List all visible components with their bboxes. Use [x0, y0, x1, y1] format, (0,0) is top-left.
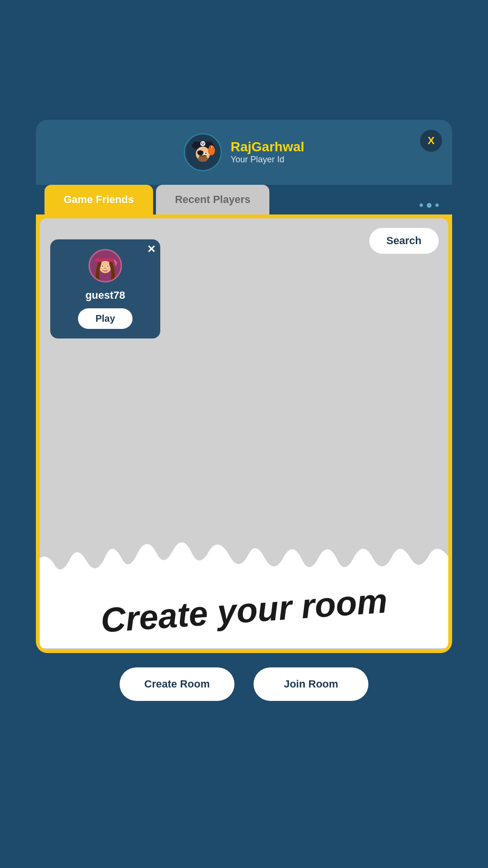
card-avatar: [89, 249, 122, 282]
tabs-row: Game Friends Recent Players: [36, 185, 452, 214]
tab-game-friends[interactable]: Game Friends: [44, 185, 153, 214]
svg-point-24: [104, 268, 106, 269]
user-info: RajGarhwal Your Player Id: [184, 133, 304, 171]
user-text: RajGarhwal Your Player Id: [231, 139, 304, 165]
svg-point-3: [200, 141, 206, 146]
svg-point-16: [210, 147, 211, 147]
tab-dots: [420, 203, 444, 214]
card-close-button[interactable]: ✕: [147, 244, 155, 255]
svg-point-8: [197, 150, 203, 155]
svg-point-5: [203, 142, 205, 144]
dot-3: [435, 203, 439, 207]
create-your-room-text: Create your room: [100, 582, 388, 640]
player-card: ✕: [50, 239, 160, 338]
main-dialog: RajGarhwal Your Player Id X Game Friends…: [36, 120, 452, 653]
svg-point-11: [205, 152, 207, 154]
svg-point-23: [107, 265, 109, 267]
create-room-button[interactable]: Create Room: [120, 667, 234, 701]
player-id-label: Your Player Id: [231, 155, 304, 165]
svg-point-21: [102, 265, 103, 267]
username: RajGarhwal: [231, 139, 304, 155]
play-button[interactable]: Play: [78, 308, 132, 329]
card-username: guest78: [85, 289, 125, 302]
tab-recent-players[interactable]: Recent Players: [156, 185, 270, 214]
avatar: [184, 133, 222, 171]
dot-2: [427, 203, 432, 208]
close-button[interactable]: X: [419, 128, 444, 153]
join-room-button[interactable]: Join Room: [254, 667, 368, 701]
bottom-buttons: Create Room Join Room: [36, 653, 452, 710]
search-button[interactable]: Search: [369, 228, 439, 254]
content-area: Search ✕: [36, 214, 452, 653]
content-inner: Search ✕: [40, 218, 448, 649]
header: RajGarhwal Your Player Id X: [36, 120, 452, 185]
dot-1: [420, 203, 423, 207]
svg-point-4: [201, 142, 203, 144]
